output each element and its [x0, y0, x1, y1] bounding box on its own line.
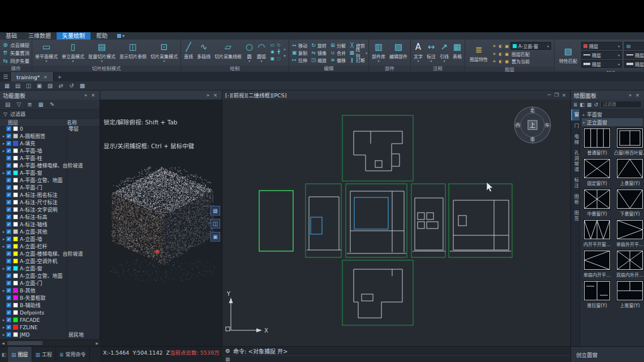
window-type-plain[interactable]: 普通窗(Y) [582, 128, 612, 156]
expand-arrow-icon[interactable]: ▸ [1, 244, 6, 249]
layer-freeze-icon[interactable]: ◐ [498, 44, 503, 49]
mini-tool-icon[interactable]: ╋ [276, 49, 282, 56]
layer-freeze-icon[interactable]: ◐ [498, 59, 503, 64]
layer-color-swatch[interactable] [13, 310, 18, 315]
offset-button[interactable]: ≡偏移 [329, 57, 348, 64]
layer-row[interactable]: ✓Defpoints [0, 309, 100, 316]
layer-visibility-checkbox[interactable]: ✓ [6, 236, 11, 242]
single-view-icon[interactable]: ▣ [35, 83, 44, 89]
show-slice-reference-button[interactable]: ◫显示切片参照 [118, 41, 148, 64]
layer-visibility-checkbox[interactable]: ✓ [6, 214, 11, 219]
layer-color-swatch[interactable] [13, 251, 18, 256]
layer-visibility-checkbox[interactable]: ✓ [6, 200, 11, 205]
arc-button[interactable]: ◠圆弧▾ [255, 41, 268, 64]
thumbnail-view-icon[interactable]: ◧ [580, 102, 585, 107]
layer-color-swatch[interactable] [13, 141, 18, 146]
layer-row[interactable]: ✓B-辅助线 [0, 301, 100, 309]
expander-icon[interactable]: ▾ [283, 54, 286, 58]
dock-icon[interactable]: ◧ [0, 352, 8, 357]
layer-visibility-checkbox[interactable]: ✓ [6, 251, 11, 256]
split-view-icon[interactable]: ◫ [24, 83, 33, 89]
refresh-icon[interactable]: ↺ [594, 102, 599, 107]
link-views-icon[interactable]: ▨ [45, 83, 55, 89]
layer-visibility-checkbox[interactable]: ✓ [6, 281, 11, 286]
cascade-windows-icon[interactable]: ▦ [2, 83, 12, 89]
expander-icon[interactable]: + [283, 48, 286, 52]
view-compass[interactable]: 北 南 西 东 上 [510, 102, 555, 148]
menu-more-dropdown[interactable]: ▾ [113, 32, 128, 40]
edit-list-icon[interactable]: ✎ [50, 101, 54, 107]
mini-tool-icon[interactable]: ◌ [276, 56, 282, 63]
category-tab-2[interactable]: 电梯 [571, 131, 579, 148]
expand-arrow-icon[interactable]: ▸ [1, 141, 6, 146]
single-elevation-mode-button[interactable]: ▯单立面模式▾ [60, 41, 86, 64]
layer-visibility-checkbox[interactable]: ✓ [6, 163, 11, 168]
close-panel-icon[interactable]: × [89, 92, 97, 98]
new-tab-button[interactable]: + [55, 74, 64, 80]
gear-icon[interactable]: ⚙ [225, 348, 230, 354]
layer-tree[interactable]: ✓0零层▸✓A-圆框图签▸✓A-填充▸✓A-平面-墙✓A-平面-柱✓A-平面-楼… [0, 125, 100, 339]
capture-box-button[interactable]: ▣ [211, 232, 220, 242]
layer-visibility-checkbox[interactable]: ✓ [6, 192, 11, 197]
expand-arrow-icon[interactable]: ▸ [1, 134, 6, 139]
window-type-top[interactable]: 上悬窗(Y) [615, 158, 644, 186]
horizontal-scrollbar[interactable]: ◀ ▶ [0, 339, 100, 346]
layer-color-swatch[interactable] [13, 156, 18, 161]
layer-filter-row[interactable]: ▽ 过滤器 [0, 110, 100, 119]
category-tab-3[interactable]: 孔洞坡道 [571, 148, 579, 175]
layer-color-swatch[interactable] [13, 303, 18, 308]
expand-arrow-icon[interactable]: ▸ [1, 325, 6, 330]
view-preset-button[interactable]: ▦ [211, 206, 220, 216]
category-tab-0[interactable]: 窗 [571, 109, 579, 120]
window-type-mid[interactable]: 中悬窗(Y) [582, 189, 612, 217]
layer-visibility-checkbox[interactable]: ✓ [6, 178, 11, 183]
refresh-views-icon[interactable]: ↺ [67, 83, 76, 89]
expand-arrow-icon[interactable]: ▸ [1, 237, 6, 242]
layer-on-icon[interactable]: ☀ [492, 44, 497, 49]
layer-color-swatch[interactable] [13, 273, 18, 278]
layer-row[interactable]: ✓A-标注-标高 [0, 213, 100, 221]
window-type-ins[interactable]: 单扇内开平… [582, 250, 612, 278]
layer-row[interactable]: ▸✓A-立面-窗 [0, 265, 100, 272]
layer-row[interactable]: ✓A-标注-文字说明 [0, 206, 100, 213]
layer-row[interactable]: ▸✓FZLINE [0, 324, 100, 331]
dimension-button[interactable]: ↔标注▾ [425, 41, 437, 64]
layer-row[interactable]: ▸✓JMD居民地 [0, 331, 100, 338]
expand-arrow-icon[interactable]: ▸ [1, 266, 6, 271]
filter-input[interactable] [600, 101, 642, 108]
layer-row[interactable]: ▸✓A-平面-窗 [0, 169, 100, 176]
hamburger-icon[interactable]: ☰ [0, 74, 11, 80]
layer-color-swatch[interactable] [13, 163, 18, 168]
slice-view-button[interactable]: ◫ [211, 219, 220, 229]
layer-row[interactable]: ▸✓A-立面-墙 [0, 235, 100, 243]
window-type-outs[interactable]: 单扇外开平… [615, 219, 644, 247]
viewport-controls-label[interactable]: [-][前视][二维线框][PCS] [225, 91, 286, 99]
command-input[interactable] [233, 357, 568, 362]
grid-view-icon[interactable]: ▦ [587, 102, 592, 107]
line-button[interactable]: ╱直线 [182, 41, 195, 64]
symbol-section-0[interactable]: ▸平面窗 [582, 110, 643, 118]
window-type-in2[interactable]: 内开平开窗… [582, 219, 612, 247]
panel-menu-icon[interactable]: ≣ [573, 102, 578, 107]
slice-capture-mode-button[interactable]: ⊡切片采集模式▾ [149, 41, 179, 64]
layer-color-swatch[interactable] [13, 133, 18, 139]
list-view-icon[interactable]: ▦ [38, 101, 44, 107]
layer-color-swatch[interactable] [13, 317, 18, 322]
layer-color-swatch[interactable] [13, 281, 18, 286]
slice-capture-frame-button[interactable]: ▱切片采集线框 [213, 41, 243, 64]
match-properties-button[interactable]: ▧特性匹配 [557, 45, 579, 64]
layer-visibility-checkbox[interactable]: ✓ [6, 148, 11, 153]
collapse-panel-icon[interactable]: » [626, 92, 634, 98]
expand-arrow-icon[interactable]: ▸ [1, 288, 6, 293]
layer-color-swatch[interactable] [13, 332, 18, 337]
scroll-left-icon[interactable]: ◀ [0, 341, 6, 345]
mini-tool-icon[interactable]: ◇ [276, 42, 282, 49]
layer-visibility-checkbox[interactable]: ✓ [6, 295, 11, 300]
layer-row[interactable]: ▸✓A-立面-其他 [0, 228, 100, 235]
bylayer-select[interactable]: 随层▾ [581, 51, 622, 59]
layer-visibility-checkbox[interactable]: ✓ [6, 207, 11, 212]
expand-all-icon[interactable]: ≣ [27, 101, 32, 107]
window-type-bay[interactable]: 凸窗(带百叶窗… [615, 128, 644, 156]
layer-row[interactable]: ✓A-平面-楼梯电梯、台阶坡道 [0, 162, 100, 169]
layer-visibility-checkbox[interactable]: ✓ [6, 244, 11, 249]
